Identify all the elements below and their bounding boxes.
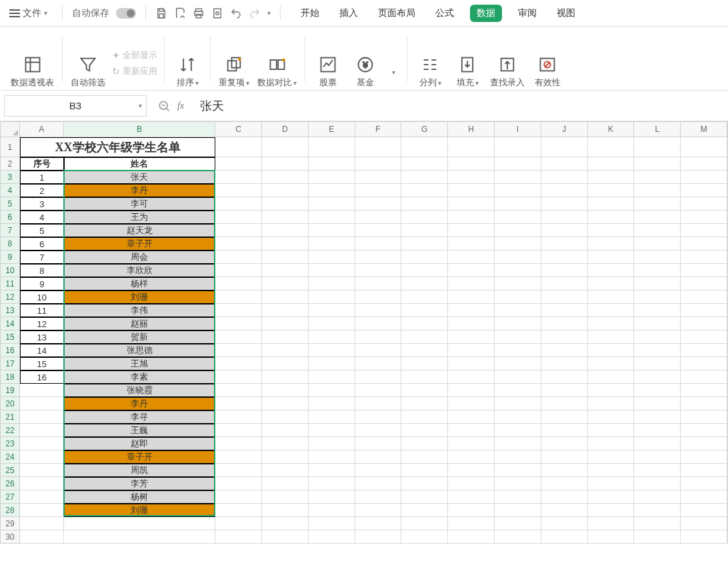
cell[interactable] — [588, 290, 635, 304]
show-all-button[interactable]: ✦全部显示 — [112, 49, 157, 61]
cell[interactable] — [355, 477, 402, 490]
cell[interactable] — [215, 264, 262, 277]
cell[interactable] — [262, 197, 309, 211]
cell[interactable] — [309, 517, 355, 530]
cell[interactable] — [215, 171, 262, 184]
cell[interactable] — [681, 171, 727, 184]
cell[interactable] — [541, 437, 588, 450]
cell[interactable] — [262, 211, 309, 224]
cell[interactable] — [588, 251, 635, 264]
cell[interactable] — [355, 370, 402, 384]
cell[interactable] — [541, 251, 588, 264]
cell[interactable] — [215, 157, 262, 171]
cell[interactable] — [588, 224, 635, 237]
cell[interactable] — [495, 251, 541, 264]
cell[interactable] — [588, 517, 635, 530]
cell[interactable] — [681, 504, 727, 517]
cell[interactable] — [355, 317, 402, 330]
fx-label[interactable]: fx — [177, 101, 184, 111]
cell[interactable] — [588, 397, 635, 410]
cell[interactable] — [541, 290, 588, 304]
tab-视图[interactable]: 视图 — [553, 5, 579, 22]
cell-seq[interactable] — [20, 424, 64, 437]
cell[interactable] — [215, 317, 262, 330]
duplicates-button[interactable]: 重复项▾ — [217, 37, 251, 90]
cell[interactable] — [634, 184, 681, 197]
cell[interactable] — [355, 290, 402, 304]
cell[interactable] — [355, 517, 402, 530]
row-header[interactable]: 10 — [0, 264, 20, 277]
cell[interactable] — [262, 304, 309, 317]
row-header[interactable]: 25 — [0, 464, 20, 477]
cell[interactable] — [588, 477, 635, 490]
col-header-B[interactable]: B — [64, 121, 215, 137]
cell[interactable] — [262, 477, 309, 490]
cell[interactable] — [588, 171, 635, 184]
redo-icon[interactable] — [249, 7, 261, 19]
save-as-icon[interactable] — [174, 7, 186, 19]
cell[interactable] — [681, 450, 727, 464]
row-header[interactable]: 2 — [0, 157, 20, 171]
cell-seq[interactable]: 9 — [20, 277, 64, 290]
cell[interactable] — [588, 157, 635, 171]
cell[interactable] — [541, 184, 588, 197]
cell-seq[interactable]: 6 — [20, 237, 64, 251]
cell[interactable] — [588, 184, 635, 197]
cell[interactable] — [262, 277, 309, 290]
cell-name[interactable]: 李欣欣 — [64, 264, 215, 277]
cell[interactable] — [634, 211, 681, 224]
cell[interactable] — [541, 264, 588, 277]
cell[interactable] — [541, 450, 588, 464]
row-header[interactable]: 9 — [0, 251, 20, 264]
cell-seq[interactable]: 11 — [20, 304, 64, 317]
cell[interactable] — [401, 504, 448, 517]
cell[interactable] — [448, 477, 495, 490]
cell[interactable] — [541, 397, 588, 410]
cell[interactable] — [309, 450, 355, 464]
row-header[interactable]: 24 — [0, 450, 20, 464]
cell[interactable] — [541, 424, 588, 437]
cell-seq[interactable]: 3 — [20, 197, 64, 211]
cell[interactable] — [588, 137, 635, 157]
cell-seq[interactable] — [20, 437, 64, 450]
cell[interactable] — [262, 437, 309, 450]
cell[interactable] — [262, 370, 309, 384]
row-header[interactable]: 1 — [0, 137, 20, 157]
cell[interactable] — [262, 224, 309, 237]
cell[interactable] — [401, 237, 448, 251]
cell[interactable] — [634, 450, 681, 464]
cell-name[interactable]: 周会 — [64, 251, 215, 264]
cell[interactable] — [681, 197, 727, 211]
cell[interactable] — [355, 277, 402, 290]
cell[interactable] — [309, 370, 355, 384]
cell[interactable] — [541, 410, 588, 424]
cell[interactable] — [401, 304, 448, 317]
header-name[interactable]: 姓名 — [64, 157, 215, 171]
cell[interactable] — [588, 530, 635, 544]
cell[interactable] — [448, 530, 495, 544]
cell[interactable] — [588, 424, 635, 437]
cell-name[interactable]: 刘珊 — [64, 504, 215, 517]
reapply-button[interactable]: ↻重新应用 — [112, 65, 157, 77]
cell[interactable] — [309, 490, 355, 504]
cell[interactable] — [495, 264, 541, 277]
funds-button[interactable]: ¥ 基金 — [349, 37, 381, 90]
cell[interactable] — [262, 410, 309, 424]
cell[interactable] — [448, 251, 495, 264]
cell[interactable] — [215, 490, 262, 504]
cell[interactable] — [681, 397, 727, 410]
cell[interactable] — [588, 450, 635, 464]
cell[interactable] — [401, 277, 448, 290]
cell[interactable] — [309, 530, 355, 544]
cell[interactable] — [262, 251, 309, 264]
cell[interactable] — [215, 184, 262, 197]
cell[interactable] — [495, 464, 541, 477]
cell[interactable] — [495, 477, 541, 490]
col-header-A[interactable]: A — [20, 121, 64, 137]
cell[interactable] — [634, 490, 681, 504]
cell[interactable] — [262, 424, 309, 437]
row-header[interactable]: 26 — [0, 477, 20, 490]
undo-icon[interactable] — [230, 7, 242, 19]
tab-插入[interactable]: 插入 — [335, 5, 362, 22]
cell[interactable] — [401, 251, 448, 264]
